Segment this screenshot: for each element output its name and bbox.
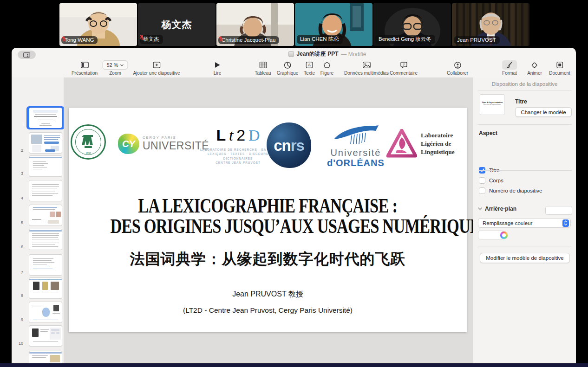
slide-thumbnail[interactable]: [29, 108, 62, 128]
slide-thumbnail-row-7: 7: [12, 255, 64, 275]
fill-type-select[interactable]: Remplissage couleur: [478, 218, 571, 228]
cnrs-logo[interactable]: cnrs: [267, 122, 311, 168]
toolbar-label: Graphique: [277, 71, 299, 76]
aspect-heading: Aspect: [479, 130, 497, 136]
window-title: Jean的讲座 PPT: [296, 50, 338, 58]
slide-number: 8: [21, 293, 23, 298]
participant-tile-2[interactable]: 杨文杰 杨文杰: [138, 3, 216, 46]
slide-number: 2: [21, 148, 23, 153]
slide-number: 9: [21, 317, 23, 322]
slide-author[interactable]: Jean PRUVOST 教授: [69, 290, 467, 299]
slide-thumbnail[interactable]: [29, 180, 62, 201]
media-icon: [344, 60, 389, 70]
selected-slide-highlight: [26, 106, 64, 129]
toolbar-item-comment[interactable]: Commentaire: [390, 60, 418, 76]
toolbar-item-chart[interactable]: Graphique: [277, 60, 299, 76]
slide-thumbnail[interactable]: [29, 278, 62, 298]
background-section-header[interactable]: Arrière-plan: [478, 206, 516, 212]
toolbar-label: Figure: [320, 71, 334, 76]
slide-thumbnail-row-1: 1: [12, 108, 64, 128]
slide-number: 3: [21, 171, 23, 176]
cy-universite-logo[interactable]: CY CERGY PARIS UNIVERSITÉ: [118, 134, 209, 154]
slide-thumbnail[interactable]: [29, 302, 62, 322]
slide-thumbnail-row-9: 9: [12, 302, 64, 322]
toolbar-item-table[interactable]: Tableau: [255, 60, 271, 76]
muted-mic-icon: [140, 35, 144, 40]
fill-color-well[interactable]: [478, 231, 504, 239]
toolbar-item-zoom-value[interactable]: 52 %Zoom: [102, 60, 128, 76]
comment-icon: [390, 60, 418, 70]
participant-tile-4[interactable]: Lian CHEN 陈恋: [295, 3, 372, 46]
slide-affiliation[interactable]: (LT2D - Centre Jean Pruvost, Cergy Paris…: [69, 306, 467, 315]
screen-share-pill-button[interactable]: [18, 51, 36, 59]
lll-label: LaboratoireLigérien deLinguistique: [421, 131, 455, 157]
slide-thumbnail[interactable]: [29, 326, 62, 346]
collaborate-icon: [447, 60, 468, 70]
keynote-window: Jean的讲座 PPT — Modifié Présentation52 %Zo…: [12, 48, 576, 363]
slide-canvas[interactable]: 1898 CY CERGY PARIS UNIVERSITÉ L t 2 D: [64, 77, 473, 363]
checkbox-label: Numéro de diapositive: [489, 188, 542, 193]
animate-icon: [527, 60, 542, 70]
toolbar-item-sidebar[interactable]: Présentation: [72, 60, 98, 76]
slide-thumbnail[interactable]: [29, 156, 62, 176]
slide-1-editor[interactable]: 1898 CY CERGY PARIS UNIVERSITÉ L t 2 D: [69, 108, 467, 332]
slide-thumbnail-row-11: 11: [12, 351, 64, 363]
toolbar-item-animate[interactable]: Animer: [527, 60, 542, 76]
toolbar-label: Zoom: [102, 71, 128, 76]
edit-master-button[interactable]: Modifier le modèle de diapositive: [480, 253, 570, 263]
toolbar-item-text[interactable]: ATexte: [303, 60, 316, 76]
slide-subtitle-chinese[interactable]: 法国词典学：从缘起到数字化时代的飞跃: [69, 249, 467, 270]
universite-orleans-logo[interactable]: Université d'ORLÉANS: [327, 123, 385, 168]
checkbox-row-corps[interactable]: Corps: [479, 177, 503, 184]
slide-number: 4: [21, 196, 23, 200]
background-preview-well[interactable]: [545, 206, 572, 215]
zoom-level-button[interactable]: 52 %: [102, 60, 128, 70]
checkbox-row-num-ro-de-diapositive[interactable]: Numéro de diapositive: [479, 187, 542, 194]
participant-name-tag: Benedict Geng 耿云冬: [375, 35, 435, 44]
slide-thumbnail[interactable]: [29, 255, 62, 275]
participant-tile-3[interactable]: Christine Jacquet-Pfau: [216, 3, 294, 46]
table-icon: [255, 60, 271, 70]
hzau-emblem-icon: [80, 133, 96, 151]
slide-title-line2[interactable]: DES ORIGINES JUSQU’AUX USAGES NUMÉRIQUES: [69, 216, 467, 236]
toolbar-label: Commentaire: [390, 71, 418, 76]
color-wheel-icon[interactable]: [500, 232, 508, 239]
document-proxy-icon[interactable]: [288, 51, 294, 57]
slide-thumbnail[interactable]: [29, 205, 62, 225]
chevron-down-icon: [120, 64, 124, 66]
slide-thumbnail-row-5: 5: [12, 205, 64, 225]
participant-tile-6[interactable]: Jean PRUVOST: [452, 3, 529, 46]
cy-blob-icon: CY: [118, 134, 139, 154]
toolbar-item-document[interactable]: Document: [549, 60, 570, 76]
slide-thumbnail[interactable]: [29, 133, 62, 153]
orleans-line2: d'ORLÉANS: [327, 158, 385, 168]
format-panel: Disposition de la diapositive Titre de l…: [473, 77, 576, 363]
muted-mic-icon: [61, 36, 66, 42]
slide-thumbnail-row-6: 6: [12, 229, 64, 250]
lt2d-logo[interactable]: L t 2 D LABORATOIRE DE RECHERCHE - EA 75…: [200, 127, 276, 165]
toolbar-item-format-brush[interactable]: Format: [502, 60, 517, 76]
checkbox[interactable]: [479, 187, 485, 194]
toolbar-item-play[interactable]: Lire: [211, 60, 224, 76]
slide-layout-thumbnail[interactable]: Titre de la présentation Sous-titre de l…: [480, 94, 504, 115]
hzau-university-logo[interactable]: 1898: [71, 124, 106, 160]
checkbox-label: Corps: [489, 178, 503, 183]
slide-thumbnail[interactable]: [29, 229, 62, 250]
lll-logo[interactable]: LaboratoireLigérien deLinguistique: [386, 129, 455, 159]
slide-thumbnail[interactable]: [29, 351, 62, 363]
participant-tile-5[interactable]: Benedict Geng 耿云冬: [373, 3, 451, 46]
participant-tile-1[interactable]: Tong WANG: [59, 3, 137, 46]
toolbar-item-media[interactable]: Données multimédias: [344, 60, 389, 76]
toolbar-label: Ajouter une diapositive: [133, 71, 180, 76]
change-model-button[interactable]: Changer le modèle: [515, 107, 572, 117]
slide-number: 7: [21, 270, 23, 275]
checkbox[interactable]: [479, 177, 485, 184]
chevron-down-icon: [478, 207, 482, 210]
slide-thumbnail-row-8: 8: [12, 278, 64, 298]
toolbar-item-collaborate[interactable]: Collaborer: [447, 60, 468, 76]
document-icon: [549, 60, 570, 70]
toolbar-item-add-slide[interactable]: Ajouter une diapositive: [133, 60, 180, 76]
toolbar-label: Lire: [211, 71, 224, 76]
slide-title-line1[interactable]: LA LEXICOGRAPHIE FRANÇAISE :: [69, 196, 467, 215]
toolbar-item-shape[interactable]: Figure: [320, 60, 334, 76]
